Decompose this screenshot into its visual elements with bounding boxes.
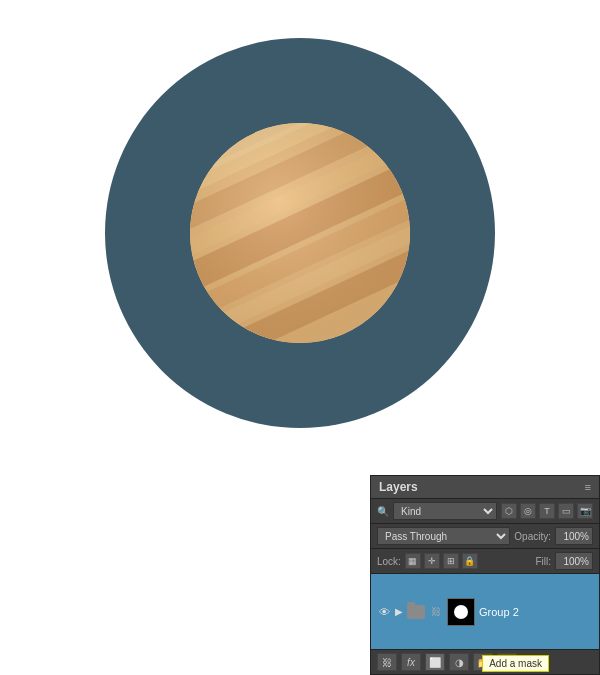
smart-filter-btn[interactable]: 📷 bbox=[577, 503, 593, 519]
adjust-filter-btn[interactable]: ◎ bbox=[520, 503, 536, 519]
layers-menu-icon[interactable]: ≡ bbox=[585, 481, 591, 493]
lock-row: Lock: ▦ ✛ ⊞ 🔒 Fill: bbox=[371, 549, 599, 574]
outer-circle bbox=[105, 38, 495, 428]
blend-mode-select[interactable]: Pass Through Normal Multiply Screen Thro… bbox=[377, 527, 510, 545]
layer-visibility-toggle[interactable]: 👁 bbox=[377, 605, 391, 619]
add-mask-tooltip: Add a mask bbox=[482, 655, 549, 672]
lock-all-btn[interactable]: 🔒 bbox=[462, 553, 478, 569]
fx-btn[interactable]: fx bbox=[401, 653, 421, 671]
layers-panel-header: Layers ≡ bbox=[371, 476, 599, 499]
lock-pixel-btn[interactable]: ▦ bbox=[405, 553, 421, 569]
kind-filter-select[interactable]: Kind bbox=[393, 502, 497, 520]
adjustment-btn[interactable]: ◑ bbox=[449, 653, 469, 671]
lock-icons-group: ▦ ✛ ⊞ 🔒 bbox=[405, 553, 478, 569]
layer-thumbnail bbox=[447, 598, 475, 626]
text-filter-btn[interactable]: T bbox=[539, 503, 555, 519]
opacity-input[interactable] bbox=[555, 527, 593, 545]
layer-expand-arrow[interactable]: ▶ bbox=[395, 606, 403, 617]
filter-row: 🔍 Kind ⬡ ◎ T ▭ 📷 bbox=[371, 499, 599, 524]
add-mask-btn[interactable]: ⬜ bbox=[425, 653, 445, 671]
lock-artboard-btn[interactable]: ⊞ bbox=[443, 553, 459, 569]
folder-icon bbox=[407, 605, 425, 619]
shape-filter-btn[interactable]: ▭ bbox=[558, 503, 574, 519]
layer-item-group2[interactable]: 👁 ▶ ⛓ Group 2 bbox=[371, 574, 599, 649]
layers-panel-title: Layers bbox=[379, 480, 418, 494]
canvas-area bbox=[0, 0, 600, 465]
filter-icons-group: ⬡ ◎ T ▭ 📷 bbox=[501, 503, 593, 519]
svg-point-10 bbox=[190, 123, 410, 343]
fill-label: Fill: bbox=[535, 556, 551, 567]
link-chain-icon: ⛓ bbox=[429, 605, 443, 619]
blend-mode-row: Pass Through Normal Multiply Screen Thro… bbox=[371, 524, 599, 549]
search-icon: 🔍 bbox=[377, 506, 389, 517]
link-layers-btn[interactable]: ⛓ bbox=[377, 653, 397, 671]
layer-name: Group 2 bbox=[479, 606, 593, 618]
planet bbox=[190, 123, 410, 343]
layers-bottom-bar: ⛓ fx ⬜ ◑ 📁 🗑 Add a mask bbox=[371, 649, 599, 674]
layers-panel: Layers ≡ 🔍 Kind ⬡ ◎ T ▭ 📷 Pass Through N… bbox=[370, 475, 600, 675]
opacity-label: Opacity: bbox=[514, 531, 551, 542]
lock-label: Lock: bbox=[377, 556, 401, 567]
lock-position-btn[interactable]: ✛ bbox=[424, 553, 440, 569]
pixel-filter-btn[interactable]: ⬡ bbox=[501, 503, 517, 519]
layer-thumb-mask bbox=[454, 605, 468, 619]
fill-input[interactable] bbox=[555, 552, 593, 570]
